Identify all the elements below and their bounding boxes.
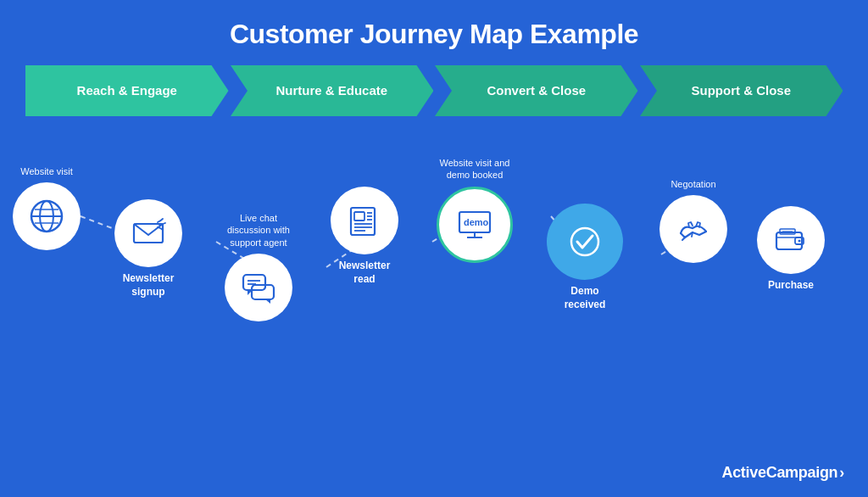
svg-rect-19 (252, 285, 274, 299)
node-demo-booked: Website visit anddemo booked demo (437, 157, 513, 263)
circle-purchase (757, 206, 825, 274)
circle-demo-received (547, 204, 623, 280)
node-newsletter-signup: Newslettersignup (114, 199, 182, 299)
circle-website-visit (13, 182, 81, 250)
svg-point-35 (571, 228, 598, 255)
node-negotiation: Negotation (659, 178, 727, 263)
page-title: Customer Journey Map Example (0, 0, 868, 50)
journey-map: Website visit Newslettersignup (0, 131, 868, 386)
node-newsletter-read: Newsletterread (331, 187, 398, 286)
label-newsletter-read: Newsletterread (339, 260, 391, 286)
label-negotiation-top: Negotation (670, 178, 715, 190)
node-purchase: Purchase (757, 206, 825, 293)
circle-negotiation (659, 195, 727, 263)
circle-demo-booked: demo (437, 187, 513, 263)
banner-reach: Reach & Engage (25, 65, 229, 116)
banner-row: Reach & Engage Nurture & Educate Convert… (25, 65, 843, 116)
banner-support: Support & Close (640, 65, 843, 116)
svg-point-38 (798, 240, 801, 243)
banner-convert: Convert & Close (435, 65, 638, 116)
brand-arrow-icon: › (839, 464, 844, 482)
label-demo-booked-top: Website visit anddemo booked (440, 157, 510, 181)
circle-newsletter-signup (114, 199, 182, 267)
brand-name: ActiveCampaign (721, 464, 837, 482)
circle-live-chat (225, 254, 292, 321)
banner-nurture: Nurture & Educate (231, 65, 434, 116)
node-live-chat: Live chatdiscussion withsupport agent (225, 212, 292, 321)
svg-text:demo: demo (464, 217, 489, 227)
brand-logo: ActiveCampaign › (721, 464, 844, 482)
label-live-chat-top: Live chatdiscussion withsupport agent (227, 212, 290, 248)
node-website-visit: Website visit (13, 165, 81, 250)
svg-rect-24 (354, 212, 364, 221)
circle-newsletter-read (331, 187, 398, 254)
label-demo-received: Demoreceived (565, 285, 606, 311)
label-newsletter-signup: Newslettersignup (123, 272, 175, 299)
label-website-visit-top: Website visit (20, 165, 73, 177)
svg-rect-17 (243, 275, 265, 290)
label-purchase: Purchase (768, 279, 814, 293)
node-demo-received: Demoreceived (547, 204, 623, 311)
